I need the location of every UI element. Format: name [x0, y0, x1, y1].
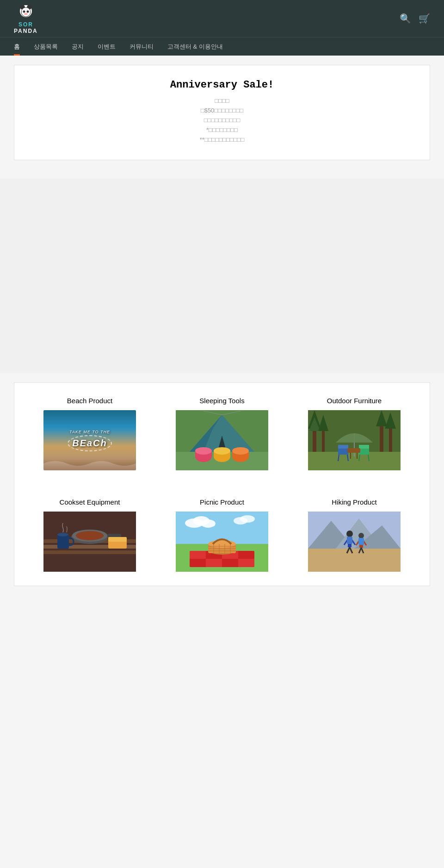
svg-rect-84	[308, 549, 401, 572]
sale-line-4: *□□□□□□□□	[33, 126, 411, 133]
svg-point-6	[24, 13, 28, 15]
sale-banner: Anniversary Sale! □□□□ □$50□□□□□□□□ □□□□…	[14, 65, 430, 160]
svg-point-63	[240, 515, 255, 523]
search-icon[interactable]: 🔍	[400, 13, 411, 24]
svg-rect-98	[358, 538, 364, 545]
svg-point-5	[26, 11, 29, 13]
svg-rect-54	[57, 535, 69, 549]
category-cookset-image	[43, 512, 136, 572]
svg-point-92	[358, 533, 364, 538]
svg-rect-40	[359, 445, 369, 449]
category-cookset-label: Cookset Equipment	[60, 498, 120, 506]
category-outdoor-image	[308, 410, 401, 470]
svg-point-16	[195, 447, 212, 455]
category-beach-label: Beach Product	[67, 397, 112, 405]
category-picnic-label: Picnic Product	[200, 498, 244, 506]
category-hiking-image	[308, 512, 401, 572]
logo[interactable]: SOR PANDA	[14, 3, 38, 34]
beach-image-main-text: BEaCh	[68, 435, 112, 451]
svg-point-22	[232, 447, 249, 455]
category-cookset[interactable]: Cookset Equipment	[28, 498, 151, 572]
nav-item-products[interactable]: 상품목록	[34, 38, 58, 56]
svg-rect-57	[108, 537, 127, 542]
beach-image-top-text: TAKE ME TO THE	[68, 430, 112, 434]
category-outdoor-label: Outdoor Furniture	[327, 397, 382, 405]
nav-item-support[interactable]: 고객센터 & 이용안내	[167, 38, 223, 56]
svg-rect-36	[338, 445, 348, 449]
logo-name: SOR	[18, 21, 33, 28]
category-hiking-label: Hiking Product	[332, 498, 377, 506]
sale-line-3: □□□□□□□□□□	[33, 117, 411, 124]
svg-point-55	[57, 533, 68, 537]
logo-sub: PANDA	[14, 28, 38, 34]
category-sleeping[interactable]: Sleeping Tools	[160, 397, 284, 470]
category-beach-image: TAKE ME TO THE BEaCh	[43, 410, 136, 470]
svg-rect-43	[347, 448, 360, 453]
svg-rect-27	[322, 429, 325, 452]
content: Anniversary Sale! □□□□ □$50□□□□□□□□ □□□□…	[0, 56, 444, 179]
header-icons: 🔍 🛒	[400, 13, 430, 24]
svg-rect-69	[238, 559, 254, 567]
svg-rect-68	[206, 559, 222, 567]
category-picnic-image	[176, 512, 268, 572]
svg-rect-91	[347, 537, 352, 544]
category-picnic[interactable]: Picnic Product	[160, 498, 284, 572]
nav-item-notice[interactable]: 공지	[72, 38, 84, 56]
cart-icon[interactable]: 🛒	[419, 13, 430, 24]
svg-rect-31	[389, 426, 392, 452]
nav-item-event[interactable]: 이벤트	[98, 38, 116, 56]
svg-point-52	[76, 531, 104, 540]
gray-area	[0, 179, 444, 373]
header: SOR PANDA 🔍 🛒	[0, 0, 444, 37]
category-sleeping-image	[176, 410, 268, 470]
sale-line-1: □□□□	[33, 97, 411, 104]
svg-point-3	[21, 7, 31, 17]
svg-point-85	[346, 531, 353, 537]
svg-point-19	[214, 447, 230, 455]
svg-rect-66	[190, 551, 206, 559]
category-section: Beach Product TAKE ME TO THE BEaCh Sleep…	[14, 382, 430, 586]
svg-point-72	[208, 540, 236, 548]
sale-line-2: □$50□□□□□□□□	[33, 107, 411, 114]
category-outdoor[interactable]: Outdoor Furniture	[293, 397, 416, 470]
svg-point-61	[201, 519, 216, 528]
svg-rect-49	[43, 550, 136, 554]
sale-line-5: **□□□□□□□□□□□	[33, 136, 411, 143]
svg-rect-53	[107, 534, 121, 537]
sale-title: Anniversary Sale!	[33, 79, 411, 91]
category-row-1: Beach Product TAKE ME TO THE BEaCh Sleep…	[28, 397, 416, 470]
svg-point-4	[23, 11, 25, 13]
nav-item-community[interactable]: 커뮤니티	[130, 38, 154, 56]
category-beach[interactable]: Beach Product TAKE ME TO THE BEaCh	[28, 397, 151, 470]
category-hiking[interactable]: Hiking Product	[293, 498, 416, 572]
nav: 홈 상품목록 공지 이벤트 커뮤니티 고객센터 & 이용안내	[0, 37, 444, 56]
category-sleeping-label: Sleeping Tools	[199, 397, 244, 405]
nav-item-home[interactable]: 홈	[14, 38, 20, 56]
category-row-2: Cookset Equipment	[28, 498, 416, 572]
